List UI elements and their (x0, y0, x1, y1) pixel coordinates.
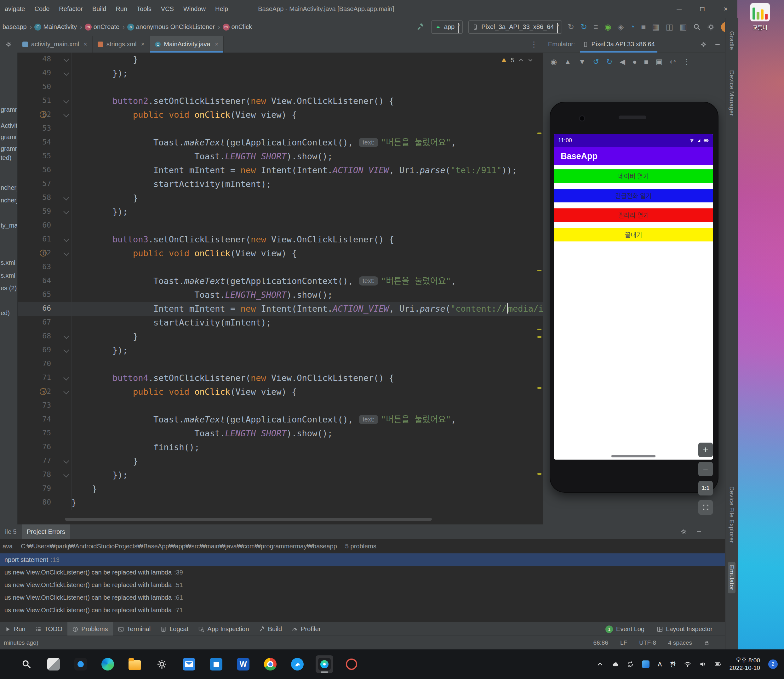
settings-taskbar-button[interactable] (153, 656, 171, 673)
warning-stripe-mark[interactable] (537, 329, 541, 330)
overriding-method-icon[interactable]: ↑ (40, 250, 47, 257)
overriding-method-icon[interactable]: ↑ (40, 111, 47, 118)
code-line[interactable]: 58 } (18, 191, 543, 205)
fold-marker-icon[interactable] (63, 194, 69, 200)
emulator-device-tab[interactable]: Pixel 3a API 33 x86 64 (580, 36, 657, 53)
code-line[interactable]: 74 Toast.makeText(getApplicationContext(… (18, 413, 543, 427)
tool-stripe-device-manager[interactable]: Device Manager (728, 70, 735, 116)
code-line[interactable]: 54 Toast.makeText(getApplicationContext(… (18, 136, 543, 150)
overview-icon[interactable]: ■ (644, 58, 649, 66)
warning-stripe-mark[interactable] (537, 133, 541, 134)
back-icon[interactable]: ◀ (619, 58, 625, 66)
build-hammer-icon[interactable] (417, 23, 424, 31)
run-list-icon[interactable]: ≡ (593, 22, 598, 31)
fold-marker-icon[interactable] (63, 375, 69, 380)
tool-stripe-device-file-explorer[interactable]: Device File Explorer (728, 487, 735, 543)
run-configuration-select[interactable]: app ▾ (431, 20, 463, 34)
editor-tab-strings.xml[interactable]: strings.xml× (93, 36, 150, 53)
tool-button-app-inspection[interactable]: App Inspection (193, 622, 254, 636)
search-taskbar-button[interactable] (18, 656, 35, 673)
warning-stripe-mark[interactable] (537, 387, 541, 389)
code-line[interactable]: 51 button2.setOnClickListener(new View.O… (18, 94, 543, 108)
close-tab-icon[interactable]: × (141, 41, 145, 48)
word-taskbar-button[interactable]: W (234, 656, 252, 673)
breadcrumb-item[interactable]: MainActivity (42, 23, 78, 31)
twitter-taskbar-button[interactable] (289, 656, 306, 673)
power-app-taskbar-button[interactable] (343, 656, 360, 673)
code-line[interactable]: 68 } (18, 330, 543, 343)
code-line[interactable]: 69 }); (18, 343, 543, 357)
profiler-icon[interactable]: ◔ (630, 22, 635, 31)
fold-marker-icon[interactable] (63, 458, 69, 463)
code-line[interactable]: 66 Intent mIntent = new Intent(Intent.AC… (18, 302, 543, 316)
project-settings-gear[interactable] (0, 36, 17, 53)
tab-options-kebab-icon[interactable]: ⋮ (530, 36, 538, 53)
code-line[interactable]: 75 Toast.LENGTH_SHORT).show(); (18, 427, 543, 440)
lock-icon[interactable] (704, 640, 709, 646)
hide-panel-icon[interactable] (715, 42, 720, 47)
line-ending[interactable]: LF (620, 639, 627, 646)
inspections-widget[interactable]: 5 (501, 56, 533, 64)
split-icon[interactable]: ◫ (666, 22, 673, 31)
prev-warning-icon[interactable] (518, 57, 524, 63)
breadcrumb-item[interactable]: anonymous OnClickListener (135, 23, 216, 31)
code-line[interactable]: 49 }); (18, 66, 543, 80)
zoom-out-button[interactable]: − (698, 462, 713, 476)
fold-marker-icon[interactable] (63, 98, 69, 103)
problem-row[interactable]: nport statement :13 (0, 554, 725, 566)
home-icon[interactable]: ● (632, 58, 637, 66)
warning-stripe-mark[interactable] (537, 473, 541, 475)
breadcrumb-item[interactable]: onClick (230, 23, 254, 31)
menu-item-refactor[interactable]: Refactor (54, 5, 88, 13)
rotate-right-icon[interactable]: ↻ (606, 58, 612, 66)
problems-tab-current-file[interactable]: ile 5 (0, 524, 22, 539)
code-line[interactable]: 52↑ public void onClick(View view) { (18, 108, 543, 122)
code-editor[interactable]: 48 }49 });5051 button2.setOnClickListene… (18, 53, 543, 524)
caret-position[interactable]: 66:86 (593, 639, 608, 646)
fold-marker-icon[interactable] (63, 111, 69, 117)
store-taskbar-button[interactable] (207, 656, 225, 673)
ime-korean-indicator[interactable]: 한 (670, 660, 676, 669)
breadcrumb-item[interactable]: baseapp (1, 23, 28, 31)
taskbar-clock[interactable]: 오후 8:00 2022-10-10 (729, 657, 760, 672)
code-line[interactable]: 79 } (18, 482, 543, 496)
code-line[interactable]: 73 (18, 399, 543, 413)
close-button[interactable]: × (714, 0, 737, 18)
problem-row[interactable]: us new View.OnClickListener() can be rep… (0, 591, 725, 604)
code-line[interactable]: 56 Intent mIntent = new Intent(Intent.AC… (18, 163, 543, 177)
menu-item-build[interactable]: Build (88, 5, 111, 13)
rerun-icon[interactable]: ↻ (568, 22, 574, 31)
app-button-2[interactable]: 긴급전화 열기 (554, 189, 713, 202)
code-line[interactable]: 77 } (18, 454, 543, 468)
code-line[interactable]: 72↑ public void onClick(View view) { (18, 385, 543, 399)
tool-stripe-gradle[interactable]: Gradle (728, 31, 735, 50)
power-icon[interactable]: ◉ (550, 58, 557, 66)
device-select[interactable]: Pixel_3a_API_33_x86_64 ▾ (468, 20, 562, 34)
onedrive-cloud-icon[interactable] (612, 661, 619, 668)
zoom-reset-button[interactable]: 1:1 (698, 481, 713, 496)
fold-marker-icon[interactable] (63, 250, 69, 256)
indent-setting[interactable]: 4 spaces (668, 639, 692, 646)
overriding-method-icon[interactable]: ↑ (40, 388, 47, 395)
tool-button-build[interactable]: Build (254, 622, 287, 636)
problem-row[interactable]: us new View.OnClickListener() can be rep… (0, 579, 725, 591)
fold-marker-icon[interactable] (63, 472, 69, 477)
code-line[interactable]: 50 (18, 80, 543, 94)
code-line[interactable]: 57 startActivity(mIntent); (18, 177, 543, 191)
fold-marker-icon[interactable] (63, 347, 69, 352)
stop-icon[interactable]: ■ (641, 22, 646, 31)
code-line[interactable]: 60 (18, 219, 543, 233)
tool-button-problems[interactable]: Problems (67, 622, 113, 636)
tool-button-todo[interactable]: TODO (31, 622, 67, 636)
emulator-settings-gear[interactable] (701, 42, 707, 47)
menu-item-help[interactable]: Help (210, 5, 233, 13)
columns-icon[interactable]: ▥ (679, 22, 687, 31)
code-line[interactable]: 48 } (18, 53, 543, 66)
code-line[interactable]: 65 Toast.LENGTH_SHORT).show(); (18, 288, 543, 302)
file-encoding[interactable]: UTF-8 (639, 639, 656, 646)
horizontal-scrollbar[interactable] (65, 518, 432, 521)
menu-item-tools[interactable]: Tools (132, 5, 156, 13)
screenshot-icon[interactable]: ▣ (656, 58, 663, 66)
fold-marker-icon[interactable] (63, 56, 69, 62)
code-line[interactable]: 59 }); (18, 205, 543, 219)
